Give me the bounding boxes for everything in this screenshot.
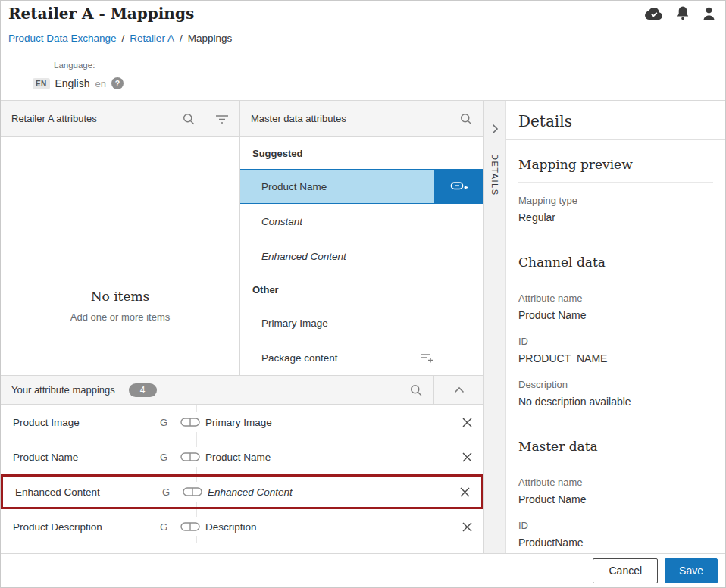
empty-state-title: No items <box>1 289 239 304</box>
retailer-attributes-title: Retailer A attributes <box>11 113 97 124</box>
details-collapse-strip[interactable]: DETAILS <box>483 101 506 553</box>
breadcrumb-product-data-exchange[interactable]: Product Data Exchange <box>8 33 117 44</box>
mapping-target: Primary Image <box>205 417 450 428</box>
mapping-row-product-image[interactable]: Product Image G Primary Image <box>1 405 483 439</box>
mapping-target: Description <box>205 521 450 533</box>
retailer-attributes-header: Retailer A attributes <box>1 101 239 137</box>
topbar-actions <box>644 5 716 21</box>
search-icon[interactable] <box>182 112 196 126</box>
master-item-constant[interactable]: Constant <box>240 204 483 239</box>
attribute-mappings-header-main: Your attribute mappings 4 <box>1 376 434 404</box>
language-label: Language: <box>54 61 718 70</box>
master-attributes-header: Master data attributes <box>240 101 483 137</box>
master-item-label: Package content <box>261 352 338 364</box>
language-locale: en <box>95 78 105 89</box>
mapping-source: Enhanced Content <box>3 486 155 498</box>
master-data-heading: Master data <box>518 422 713 464</box>
master-item-package-content[interactable]: Package content <box>240 340 483 375</box>
channel-id-label: ID <box>518 336 713 347</box>
remove-mapping-button[interactable] <box>450 522 483 532</box>
master-item-primary-image[interactable]: Primary Image <box>240 305 483 340</box>
cloud-sync-icon[interactable] <box>644 6 664 20</box>
master-item-label: Primary Image <box>261 317 328 329</box>
empty-state: No items Add one or more items <box>1 289 239 323</box>
channel-id-value: PRODUCT_NAME <box>518 352 713 364</box>
breadcrumb-separator: / <box>122 33 125 44</box>
channel-description-label: Description <box>518 379 713 390</box>
remove-mapping-button[interactable] <box>450 452 483 462</box>
close-icon <box>462 418 472 427</box>
breadcrumb-mappings: Mappings <box>188 33 233 44</box>
mapping-rows: Product Image G Primary Image Product Na… <box>1 405 483 553</box>
master-attributes-panel: Master data attributes Suggested Product… <box>240 101 483 375</box>
create-mapping-link-button[interactable] <box>434 170 483 203</box>
channel-description-value: No description available <box>518 396 713 408</box>
channel-data-heading: Channel data <box>518 238 713 280</box>
mapping-source: Product Description <box>1 521 152 533</box>
master-id-value: ProductName <box>518 536 713 549</box>
master-item-label: Product Name <box>261 181 434 192</box>
breadcrumb: Product Data Exchange / Retailer A / Map… <box>8 33 718 44</box>
breadcrumb-separator: / <box>180 33 183 44</box>
filter-icon[interactable] <box>215 114 229 124</box>
mapping-type-label: Mapping type <box>518 195 713 206</box>
breadcrumb-retailer-a[interactable]: Retailer A <box>130 33 174 44</box>
remove-mapping-button[interactable] <box>450 418 483 427</box>
master-id-label: ID <box>518 520 713 531</box>
mapping-source: Product Image <box>1 417 152 428</box>
language-code-badge: EN <box>33 78 50 89</box>
group-header-suggested: Suggested <box>240 137 483 169</box>
page-title: Retailer A - Mappings <box>8 5 718 23</box>
search-icon[interactable] <box>459 112 473 126</box>
master-attribute-name-value: Product Name <box>518 493 713 505</box>
collapse-panel-button[interactable] <box>434 376 483 404</box>
cancel-button[interactable]: Cancel <box>593 558 658 583</box>
mapping-link-icon <box>175 517 205 536</box>
page-header: Retailer A - Mappings Product Data Excha… <box>1 1 725 100</box>
mapping-workspace: Retailer A attributes No items Add <box>1 101 483 553</box>
language-selector: EN English en ? <box>33 77 718 89</box>
footer-bar: Cancel Save <box>1 553 725 587</box>
mapping-row-product-description[interactable]: Product Description G Description <box>1 509 483 544</box>
language-name: English <box>55 77 90 89</box>
close-icon <box>460 487 470 497</box>
channel-attribute-name-value: Product Name <box>518 309 713 321</box>
master-item-label: Constant <box>261 216 302 227</box>
details-panel: Details Mapping preview Mapping type Reg… <box>506 101 725 553</box>
master-attributes-list: Suggested Product Name Constant Enhanced… <box>240 137 483 375</box>
mapping-target: Product Name <box>205 452 450 463</box>
mapping-source: Product Name <box>1 452 152 463</box>
master-attribute-name-label: Attribute name <box>518 477 713 488</box>
master-item-label: Enhanced Content <box>261 251 346 262</box>
details-title: Details <box>506 101 725 140</box>
user-avatar-icon[interactable] <box>702 6 716 21</box>
mapping-link-icon <box>177 482 208 502</box>
mapping-link-icon <box>175 412 205 432</box>
details-tab-label: DETAILS <box>490 154 499 196</box>
close-icon <box>462 452 472 462</box>
channel-attribute-name-label: Attribute name <box>518 292 713 304</box>
mapping-scope-badge: G <box>155 486 177 498</box>
add-to-list-icon[interactable] <box>421 352 433 363</box>
mappings-count-badge: 4 <box>129 383 157 397</box>
mapping-row-enhanced-content[interactable]: Enhanced Content G Enhanced Content <box>1 474 483 509</box>
retailer-attributes-panel: Retailer A attributes No items Add <box>1 101 240 375</box>
master-attributes-title: Master data attributes <box>251 113 346 124</box>
details-body: Mapping preview Mapping type Regular Cha… <box>506 140 725 553</box>
notifications-bell-icon[interactable] <box>675 5 690 21</box>
save-button[interactable]: Save <box>665 558 718 583</box>
master-item-enhanced-content[interactable]: Enhanced Content <box>240 239 483 274</box>
close-icon <box>462 522 472 532</box>
mapping-scope-badge: G <box>152 452 175 463</box>
content-area: Retailer A attributes No items Add <box>1 100 725 553</box>
search-icon[interactable] <box>409 383 423 397</box>
app-window: Retailer A - Mappings Product Data Excha… <box>0 0 726 588</box>
attribute-mappings-title: Your attribute mappings <box>11 384 115 396</box>
mapping-row-product-name[interactable]: Product Name G Product Name <box>1 439 483 474</box>
mapping-preview-heading: Mapping preview <box>518 140 713 183</box>
mapping-scope-badge: G <box>152 417 175 428</box>
mapping-link-icon <box>175 447 205 467</box>
help-icon[interactable]: ? <box>111 77 124 89</box>
master-item-product-name[interactable]: Product Name <box>240 169 483 204</box>
remove-mapping-button[interactable] <box>448 487 481 497</box>
